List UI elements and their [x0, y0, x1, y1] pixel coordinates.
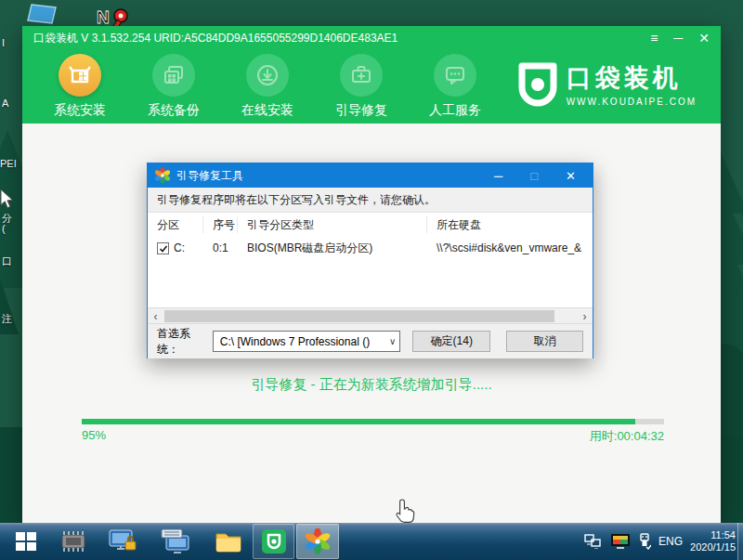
nav-boot-repair[interactable]: 引导修复 — [319, 50, 404, 124]
taskbar-pc-lock-icon[interactable] — [102, 523, 143, 560]
install-box-icon — [59, 54, 101, 97]
shield-app-icon — [261, 528, 287, 554]
screen: { "desktop": { "fragments": ["I", "A", "… — [0, 0, 743, 560]
network-tray-icon[interactable] — [584, 534, 603, 549]
app-header: 系统安装 系统备份 在线安装 — [22, 50, 721, 124]
taskbar-boot-repair-button[interactable] — [296, 524, 339, 559]
cursor-arrow — [0, 189, 15, 209]
progress-bar-fill — [82, 419, 635, 424]
partition-table: 分区 序号 引导分区类型 所在硬盘 C: 0:1 BIOS(MBR磁盘启动分区)… — [148, 212, 593, 307]
status-text: 引导修复 - 正在为新装系统增加引导..... — [22, 376, 721, 394]
taskbar-folder-icon[interactable] — [210, 523, 247, 560]
boot-repair-dialog: 引导修复工具 ─ □ ✕ 引导修复程序即将在以下分区写入引导文件，请您确认。 分… — [147, 163, 593, 358]
language-indicator[interactable]: ENG — [658, 535, 683, 548]
desktop-label-fragment: 注 — [2, 312, 12, 326]
scrollbar-thumb[interactable] — [164, 310, 554, 322]
column-header: 序号 — [203, 216, 238, 233]
windows-logo-icon — [16, 531, 36, 552]
show-desktop-button[interactable] — [737, 523, 743, 560]
scroll-left-icon[interactable]: ‹ — [148, 308, 163, 324]
checkbox-checked-icon[interactable] — [157, 242, 169, 254]
online-install-download-icon — [246, 54, 289, 97]
cursor-hand — [394, 498, 416, 526]
scroll-right-icon[interactable]: › — [577, 308, 593, 324]
app-title: 口袋装机 V 3.1.532.254 URID:A5C84DD9A1655055… — [33, 31, 398, 46]
column-header: 引导分区类型 — [238, 216, 427, 233]
dialog-close-icon[interactable]: ✕ — [566, 169, 576, 183]
pinwheel-flower-icon — [155, 168, 170, 183]
netkey-letter: N — [97, 7, 110, 27]
desktop-label-fragment: ( — [2, 223, 6, 234]
dialog-minimize-icon[interactable]: ─ — [494, 169, 502, 183]
usb-tray-icon[interactable] — [638, 533, 651, 550]
dialog-title: 引导修复工具 — [176, 168, 243, 184]
boot-type: BIOS(MBR磁盘启动分区) — [238, 241, 427, 256]
brand-url: WWW.KOUDAIPE.COM — [567, 97, 697, 107]
backup-icon — [152, 54, 195, 97]
nav-system-install[interactable]: 系统安装 — [37, 50, 123, 124]
ok-button[interactable]: 确定(14) — [412, 331, 490, 352]
app-window: 口袋装机 V 3.1.532.254 URID:A5C84DD9A1655055… — [22, 26, 721, 523]
nav-online-install[interactable]: 在线安装 — [225, 50, 310, 124]
taskbar-pc-keyboard-icon[interactable] — [156, 523, 197, 560]
partition-index: 0:1 — [203, 241, 238, 254]
nav-label: 引导修复 — [319, 102, 404, 119]
close-icon[interactable]: ✕ — [698, 26, 710, 50]
column-header: 所在硬盘 — [427, 216, 593, 233]
cancel-button[interactable]: 取消 — [506, 331, 583, 352]
dropdown-value: C:\ [Windows 7 Professional () — [220, 335, 389, 348]
start-button[interactable] — [0, 523, 51, 560]
partition-name: C: — [174, 241, 185, 254]
clock-time: 11:54 — [690, 529, 736, 541]
nav-label: 在线安装 — [225, 102, 310, 119]
brand-name: 口袋装机 — [567, 62, 697, 94]
table-row[interactable]: C: 0:1 BIOS(MBR磁盘启动分区) \\?\scsi#disk&ven… — [148, 237, 593, 259]
display-color-tray-icon[interactable] — [610, 533, 631, 550]
taskbar-koudai-app-button[interactable] — [253, 524, 294, 559]
desktop-label-fragment: 口 — [2, 254, 12, 268]
chat-bubble-icon — [434, 54, 476, 97]
column-header: 分区 — [148, 216, 203, 233]
pinwheel-flower-icon — [305, 528, 331, 554]
dialog-titlebar: 引导修复工具 ─ □ ✕ — [148, 163, 593, 188]
pc-desktop-icon[interactable] — [24, 3, 61, 27]
nav-system-backup[interactable]: 系统备份 — [131, 50, 216, 124]
desktop-label-fragment: PEI — [0, 158, 17, 169]
horizontal-scrollbar[interactable]: ‹ › — [148, 307, 593, 323]
dialog-message: 引导修复程序即将在以下分区写入引导文件，请您确认。 — [148, 188, 593, 212]
disk-path: \\?\scsi#disk&ven_vmware_& — [427, 241, 593, 254]
brand-logo: 口袋装机 WWW.KOUDAIPE.COM — [518, 62, 697, 107]
taskbar-clock[interactable]: 11:54 2020/1/15 — [690, 529, 736, 553]
nav-support[interactable]: 人工服务 — [412, 50, 498, 124]
progress-percent: 95% — [82, 428, 106, 445]
taskbar-chip-icon[interactable] — [56, 523, 91, 560]
table-header-row: 分区 序号 引导分区类型 所在硬盘 — [148, 213, 593, 237]
chevron-down-icon: ∨ — [389, 336, 396, 346]
desktop-label-fragment: I — [2, 37, 5, 48]
preferred-system-dropdown[interactable]: C:\ [Windows 7 Professional () ∨ — [213, 331, 401, 352]
preferred-system-label: 首选系统： — [157, 326, 211, 358]
app-content: 引导修复工具 ─ □ ✕ 引导修复程序即将在以下分区写入引导文件，请您确认。 分… — [22, 124, 721, 523]
clock-date: 2020/1/15 — [690, 541, 736, 553]
progress-bar — [82, 419, 664, 424]
menu-icon[interactable]: ≡ — [650, 26, 658, 50]
nav-label: 人工服务 — [412, 102, 498, 119]
app-titlebar: 口袋装机 V 3.1.532.254 URID:A5C84DD9A1655055… — [22, 26, 721, 50]
minimize-icon[interactable]: ─ — [673, 26, 683, 50]
nav-label: 系统备份 — [131, 102, 216, 119]
elapsed-time: 用时:00:04:32 — [590, 428, 664, 445]
toolbox-plus-icon — [340, 54, 383, 97]
desktop-label-fragment: A — [2, 98, 8, 109]
taskbar: ENG 11:54 2020/1/15 — [0, 523, 743, 560]
dialog-maximize-icon: □ — [530, 169, 538, 183]
nav-label: 系统安装 — [37, 102, 123, 119]
dialog-footer: 首选系统： C:\ [Windows 7 Professional () ∨ 确… — [148, 323, 593, 358]
shield-logo-icon — [518, 62, 557, 107]
system-tray: ENG 11:54 2020/1/15 — [584, 523, 736, 560]
